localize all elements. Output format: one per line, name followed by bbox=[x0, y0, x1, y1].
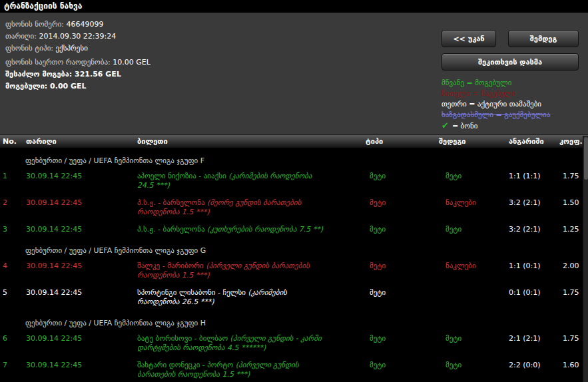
group-header: ფეხბურთი / უეფა / UEFA ჩემპიონთა ლიგა ჯგ… bbox=[0, 148, 588, 168]
legend-text: მწვანე = მოგებული bbox=[441, 79, 511, 87]
row-type: მეტი bbox=[363, 334, 436, 343]
page-title: ტრანზაქციის ნახვა bbox=[0, 0, 588, 13]
row-date: 30.09.14 22:45 bbox=[24, 172, 135, 181]
row-score: 1:1 (0:1) bbox=[506, 262, 556, 271]
row-number: 3 bbox=[0, 225, 24, 234]
table-body: ფეხბურთი / უეფა / UEFA ჩემპიონთა ლიგა ჯგ… bbox=[0, 148, 588, 382]
scrollbar[interactable] bbox=[583, 136, 588, 382]
row-score: 3:2 (2:1) bbox=[506, 225, 556, 234]
info-label: ფსონის ტიპი: bbox=[5, 44, 56, 53]
info-value: ექსპრესი bbox=[56, 44, 88, 53]
row-ticket: ბატე ბორისოვი - ბილბაო (პირველი გუნდის -… bbox=[135, 334, 363, 353]
row-ticket: პ.ს.ჟ. - ბარსელონა (კუთხურების რაოდენობა… bbox=[135, 225, 363, 234]
row-score: 2:1 (2:1) bbox=[506, 334, 556, 343]
table-header: No.თარიღიბილეთიტიპიშედეგიანგარიშიკოეფ. bbox=[0, 135, 588, 148]
info-value: 46649099 bbox=[67, 20, 104, 29]
row-type: მეტი bbox=[363, 262, 436, 271]
legend-text: ხაზგადასმული = გაუქმებულია bbox=[441, 110, 550, 119]
column-header: ანგარიში bbox=[506, 137, 556, 146]
row-number: 7 bbox=[0, 361, 24, 370]
row-type: მეტი bbox=[363, 225, 436, 234]
column-header: თარიღი bbox=[24, 137, 135, 146]
row-date: 30.09.14 22:45 bbox=[24, 334, 135, 343]
row-number: 2 bbox=[0, 198, 24, 208]
ticket-match: აპოელი ნიქოზია - აიაქსი bbox=[137, 172, 228, 180]
transaction-summary-panel: ფსონის ნომერი: 46649099თარიღი: 2014.09.3… bbox=[0, 13, 588, 135]
table-row: 530.09.14 22:45სპორტინგი ლისაბონი - ჩელს… bbox=[0, 284, 588, 311]
row-type: მეტი bbox=[363, 288, 436, 297]
info-value: 321.56 GEL bbox=[75, 70, 121, 79]
table-row: 330.09.14 22:45პ.ს.ჟ. - ბარსელონა (კუთხუ… bbox=[0, 221, 588, 238]
info-value: 2014.09.30 22:39:24 bbox=[39, 32, 116, 41]
info-label: ფსონის ნომერი: bbox=[5, 20, 67, 29]
row-type: მეტი bbox=[363, 198, 436, 208]
check-icon: ✔ bbox=[441, 120, 449, 130]
ticket-note: (კუთხურების რაოდენობა 7.5 **) bbox=[207, 225, 323, 234]
row-ticket: შალკე - მარიბორი (პირველი გუნდის ბარათებ… bbox=[135, 262, 363, 280]
next-button[interactable]: შემდეგ bbox=[508, 30, 579, 47]
legend: მწვანე = მოგებულიწითელი = წაგებულითეთრი … bbox=[441, 78, 579, 132]
row-score: 0:1 (0:1) bbox=[506, 288, 556, 297]
column-header: No. bbox=[0, 137, 24, 146]
table-row: 230.09.14 22:45პ.ს.ჟ. - ბარსელონა (მეორე… bbox=[0, 194, 588, 221]
table-row: 130.09.14 22:45აპოელი ნიქოზია - აიაქსი (… bbox=[0, 168, 588, 194]
info-label: შესაძლო მოგება: bbox=[5, 70, 75, 79]
row-number: 4 bbox=[0, 262, 24, 271]
row-date: 30.09.14 22:45 bbox=[24, 225, 135, 234]
legend-text: წითელი = წაგებული bbox=[441, 89, 516, 98]
row-result: მეტი bbox=[436, 361, 506, 370]
info-value: 10.00 GEL bbox=[113, 58, 150, 67]
legend-item: თეთრი = აქტიური თამაშები bbox=[441, 99, 579, 110]
scrollbar-thumb[interactable] bbox=[584, 137, 588, 180]
row-score: 3:2 (2:1) bbox=[506, 198, 556, 208]
row-result: მეტი bbox=[436, 225, 506, 234]
row-result: ნაკლები bbox=[436, 262, 506, 271]
row-date: 30.09.14 22:45 bbox=[24, 262, 135, 271]
row-type: მეტი bbox=[363, 361, 436, 370]
table-row: 430.09.14 22:45შალკე - მარიბორი (პირველი… bbox=[0, 258, 588, 284]
legend-text: = ბონი bbox=[452, 122, 478, 130]
info-value: 0.00 GEL bbox=[50, 82, 87, 91]
row-result: მეტი bbox=[436, 172, 506, 181]
row-score: 2:2 (0:0) bbox=[506, 361, 556, 370]
column-header: შედეგი bbox=[436, 137, 506, 146]
table-row: 730.09.14 22:45შახტარი დონეცკი - პორტო (… bbox=[0, 357, 588, 382]
ticket-match: ბატე ბორისოვი - ბილბაო bbox=[137, 334, 230, 343]
legend-text: თეთრი = აქტიური თამაშები bbox=[441, 100, 541, 108]
info-label: თარიღი: bbox=[5, 32, 39, 41]
column-header: ბილეთი bbox=[135, 137, 363, 146]
row-date: 30.09.14 22:45 bbox=[24, 361, 135, 370]
row-ticket: შახტარი დონეცკი - პორტო (პირველი გუნდის … bbox=[135, 361, 363, 379]
ask-question-button[interactable]: შეკითხვის დასმა bbox=[441, 53, 579, 71]
group-header: ფეხბურთი / უეფა / UEFA ჩემპიონთა ლიგა ჯგ… bbox=[0, 311, 588, 330]
row-number: 1 bbox=[0, 172, 24, 181]
row-date: 30.09.14 22:45 bbox=[24, 198, 135, 208]
column-header: ტიპი bbox=[363, 137, 436, 146]
ticket-match: პ.ს.ჟ. - ბარსელონა bbox=[137, 225, 207, 234]
row-ticket: აპოელი ნიქოზია - აიაქსი (კარიმების რაოდე… bbox=[135, 172, 363, 190]
ticket-match: პ.ს.ჟ. - ბარსელონა bbox=[137, 198, 207, 207]
row-ticket: სპორტინგი ლისაბონი - ჩელსი (კარიმების რა… bbox=[135, 288, 363, 307]
transaction-view-page: ტრანზაქციის ნახვა ფსონის ნომერი: 4664909… bbox=[0, 0, 588, 382]
info-label: ფსონის საერთო რაოდენობა: bbox=[5, 58, 113, 67]
back-button[interactable]: << უკან bbox=[441, 30, 496, 47]
ticket-match: შალკე - მარიბორი bbox=[137, 262, 206, 270]
row-score: 1:1 (1:1) bbox=[506, 172, 556, 181]
legend-item: მწვანე = მოგებული bbox=[441, 78, 579, 89]
table-row: 630.09.14 22:45ბატე ბორისოვი - ბილბაო (პ… bbox=[0, 330, 588, 357]
row-result: ნაკლები bbox=[436, 198, 506, 208]
row-result: მეტი bbox=[436, 334, 506, 343]
nav-buttons: << უკან შემდეგ bbox=[441, 30, 579, 47]
info-row: ფსონის ნომერი: 46649099 bbox=[5, 19, 583, 29]
info-label: მოგებული: bbox=[5, 82, 50, 91]
actions-panel: << უკან შემდეგ შეკითხვის დასმა მწვანე = … bbox=[441, 30, 579, 132]
legend-item: წითელი = წაგებული bbox=[441, 89, 579, 99]
ticket-match: შახტარი დონეცკი - პორტო bbox=[137, 361, 236, 369]
row-date: 30.09.14 22:45 bbox=[24, 288, 135, 297]
row-number: 6 bbox=[0, 334, 24, 343]
legend-item: ხაზგადასმული = გაუქმებულია bbox=[441, 110, 579, 120]
group-header: ფეხბურთი / უეფა / UEFA ჩემპიონთა ლიგა ჯგ… bbox=[0, 238, 588, 258]
row-number: 5 bbox=[0, 288, 24, 297]
row-ticket: პ.ს.ჟ. - ბარსელონა (მეორე გუნდის ბარათებ… bbox=[135, 198, 363, 217]
ticket-match: სპორტინგი ლისაბონი - ჩელსი bbox=[137, 288, 248, 297]
